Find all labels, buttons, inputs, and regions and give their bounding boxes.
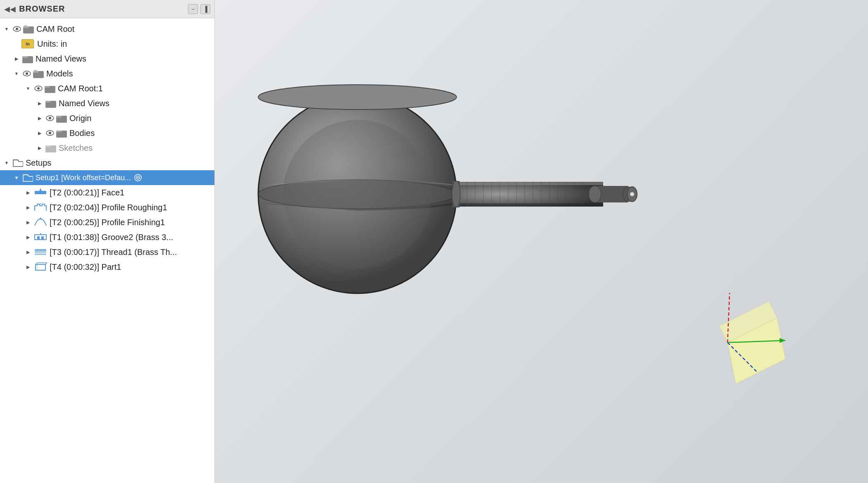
op4-label: [T1 (0:01:38)] Groove2 (Brass 3... bbox=[50, 233, 173, 242]
svg-rect-55 bbox=[454, 203, 603, 207]
svg-rect-54 bbox=[454, 182, 603, 185]
op5-icon bbox=[33, 246, 48, 258]
tree-item-units[interactable]: in Units: in bbox=[0, 36, 214, 51]
expand-bodies[interactable] bbox=[35, 128, 45, 138]
tree-item-sketches[interactable]: Sketches bbox=[0, 140, 214, 155]
tree-item-setup1[interactable]: Setup1 [Work offset=Defau... bbox=[0, 170, 214, 185]
svg-rect-21 bbox=[56, 116, 62, 117]
cam-root-label: CAM Root bbox=[36, 24, 74, 34]
tree-item-op2[interactable]: [T2 (0:02:04)] Profile Roughing1 bbox=[0, 200, 214, 215]
expand-op3[interactable] bbox=[23, 217, 33, 227]
svg-rect-15 bbox=[45, 86, 50, 88]
eye-cam-root[interactable] bbox=[12, 24, 22, 34]
op3-label: [T2 (0:00:25)] Profile Finishing1 bbox=[50, 218, 165, 227]
svg-point-51 bbox=[283, 120, 432, 269]
tree-item-op3[interactable]: [T2 (0:00:25)] Profile Finishing1 bbox=[0, 215, 214, 230]
folder-cam-root-icon bbox=[22, 23, 35, 35]
folder-sketches-icon bbox=[45, 142, 57, 154]
browser-panel: ◀◀ BROWSER − ▐ CAM Root in Units: in bbox=[0, 0, 215, 483]
svg-rect-4 bbox=[24, 25, 27, 26]
tree-item-op5[interactable]: [T3 (0:00:17)] Thread1 (Brass Th... bbox=[0, 245, 214, 259]
expand-sketches[interactable] bbox=[35, 143, 45, 153]
op1-label: [T2 (0:00:21)] Face1 bbox=[50, 188, 124, 197]
coordinate-axes bbox=[661, 276, 794, 409]
tree-item-cam-root-1[interactable]: CAM Root:1 bbox=[0, 81, 214, 96]
op1-icon bbox=[33, 187, 48, 198]
folder-origin-icon bbox=[55, 112, 68, 124]
svg-point-1 bbox=[16, 28, 18, 30]
svg-rect-17 bbox=[45, 101, 51, 102]
tree-container: CAM Root in Units: in Named Views Mode bbox=[0, 18, 214, 483]
tree-item-op4[interactable]: [T1 (0:01:38)] Groove2 (Brass 3... bbox=[0, 230, 214, 245]
expand-named-views-2[interactable] bbox=[35, 98, 45, 108]
sketches-label: Sketches bbox=[59, 143, 93, 153]
tree-item-named-views-2[interactable]: Named Views bbox=[0, 96, 214, 111]
setup1-icon bbox=[21, 171, 34, 184]
tree-item-setups[interactable]: Setups bbox=[0, 155, 214, 170]
named-views-1-label: Named Views bbox=[36, 54, 86, 64]
tree-item-models[interactable]: Models bbox=[0, 66, 214, 81]
expand-units bbox=[12, 39, 21, 49]
svg-marker-36 bbox=[39, 217, 42, 219]
svg-rect-25 bbox=[56, 131, 62, 132]
3d-viewport[interactable] bbox=[215, 0, 868, 483]
svg-rect-31 bbox=[35, 191, 46, 194]
expand-op5[interactable] bbox=[23, 247, 33, 257]
tree-item-named-views-1[interactable]: Named Views bbox=[0, 51, 214, 66]
panel-button[interactable]: ▐ bbox=[200, 4, 210, 14]
op3-icon bbox=[33, 217, 48, 228]
tree-item-op6[interactable]: [T4 (0:00:32)] Part1 bbox=[0, 259, 214, 274]
expand-cam-root-1[interactable] bbox=[23, 83, 33, 93]
expand-op4[interactable] bbox=[23, 232, 33, 242]
folder-bodies-icon bbox=[55, 127, 68, 139]
tree-item-cam-root[interactable]: CAM Root bbox=[0, 21, 214, 36]
op6-icon bbox=[33, 261, 48, 273]
tree-item-origin[interactable]: Origin bbox=[0, 111, 214, 126]
eye-origin[interactable] bbox=[45, 113, 55, 124]
models-label: Models bbox=[46, 69, 73, 79]
svg-rect-39 bbox=[41, 236, 44, 240]
svg-rect-27 bbox=[45, 145, 51, 147]
minimize-button[interactable]: − bbox=[188, 4, 198, 14]
eye-bodies[interactable] bbox=[45, 128, 55, 138]
setups-label: Setups bbox=[26, 158, 51, 168]
op5-label: [T3 (0:00:17)] Thread1 (Brass Th... bbox=[50, 247, 177, 257]
browser-title: BROWSER bbox=[19, 4, 185, 14]
svg-rect-53 bbox=[454, 182, 603, 207]
browser-header: ◀◀ BROWSER − ▐ bbox=[0, 0, 214, 18]
units-label: Units: in bbox=[37, 39, 67, 49]
expand-named-views-1[interactable] bbox=[12, 54, 21, 64]
svg-point-30 bbox=[137, 177, 138, 178]
folder-models-icon bbox=[32, 67, 45, 80]
svg-marker-33 bbox=[39, 188, 42, 191]
expand-cam-root[interactable] bbox=[2, 24, 12, 34]
folder-named-views-2-icon bbox=[45, 97, 57, 109]
eye-cam-root-1[interactable] bbox=[33, 83, 44, 94]
tree-item-bodies[interactable]: Bodies bbox=[0, 126, 214, 140]
expand-op1[interactable] bbox=[23, 188, 33, 197]
origin-label: Origin bbox=[69, 114, 91, 123]
op6-label: [T4 (0:00:32)] Part1 bbox=[50, 262, 121, 272]
svg-rect-38 bbox=[37, 236, 40, 240]
target-icon bbox=[133, 172, 143, 183]
units-icon: in bbox=[21, 39, 34, 48]
svg-point-23 bbox=[49, 132, 51, 134]
svg-point-8 bbox=[26, 72, 28, 75]
expand-models[interactable] bbox=[12, 69, 21, 79]
eye-models[interactable] bbox=[21, 68, 32, 79]
svg-point-78 bbox=[630, 192, 634, 196]
expand-op6[interactable] bbox=[23, 262, 33, 272]
expand-setups[interactable] bbox=[2, 158, 12, 168]
op4-icon bbox=[33, 231, 48, 243]
expand-origin[interactable] bbox=[35, 113, 45, 123]
named-views-2-label: Named Views bbox=[59, 99, 109, 108]
op2-icon bbox=[33, 202, 48, 213]
folder-cam-root-1-icon bbox=[44, 82, 56, 95]
svg-rect-6 bbox=[22, 56, 28, 58]
expand-op2[interactable] bbox=[23, 202, 33, 212]
expand-setup1[interactable] bbox=[12, 173, 21, 183]
tree-item-op1[interactable]: [T2 (0:00:21)] Face1 bbox=[0, 185, 214, 200]
folder-named-views-1-icon bbox=[21, 52, 34, 65]
svg-marker-83 bbox=[780, 338, 785, 343]
bodies-label: Bodies bbox=[69, 128, 95, 138]
